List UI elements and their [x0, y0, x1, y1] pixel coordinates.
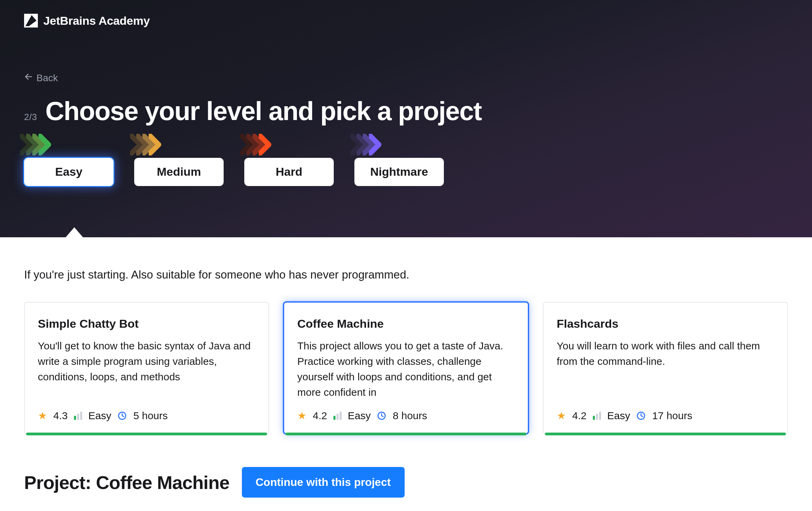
level-tab-easy[interactable]: Easy [24, 158, 114, 186]
chevrons-icon [20, 131, 45, 158]
project-title: Coffee Machine [297, 317, 515, 330]
clock-icon [117, 411, 127, 421]
selected-project-heading: Project: Coffee Machine [24, 472, 229, 493]
project-description: This project allows you to get a taste o… [297, 338, 515, 400]
brand-name: JetBrains Academy [43, 14, 150, 28]
arrow-left-icon [24, 72, 33, 84]
project-card[interactable]: Coffee MachineThis project allows you to… [284, 302, 528, 434]
title-row: 2/3 Choose your level and pick a project [24, 97, 788, 125]
level-tab-nightmare[interactable]: Nightmare [354, 158, 444, 186]
hero: JetBrains Academy Back 2/3 Choose your l… [0, 0, 812, 237]
progress-bar [545, 433, 786, 435]
project-card[interactable]: Simple Chatty BotYou'll get to know the … [24, 302, 269, 434]
difficulty-bars-icon [593, 412, 601, 420]
clock-icon [377, 411, 386, 421]
star-icon: ★ [557, 410, 566, 422]
chevrons-icon [240, 131, 265, 158]
level-column: Medium [134, 131, 224, 186]
star-icon: ★ [38, 410, 47, 422]
project-time: 17 hours [652, 410, 692, 422]
level-tabs: EasyMediumHardNightmare [24, 131, 788, 186]
back-button[interactable]: Back [24, 72, 58, 84]
level-column: Nightmare [354, 131, 444, 186]
jetbrains-logo-icon [24, 14, 38, 28]
chevrons-icon [350, 131, 375, 158]
level-column: Easy [24, 131, 114, 186]
active-tab-caret [65, 227, 83, 238]
project-card[interactable]: FlashcardsYou will learn to work with fi… [543, 302, 788, 434]
project-description: You'll get to know the basic syntax of J… [38, 338, 255, 400]
project-time: 5 hours [133, 410, 168, 422]
step-indicator: 2/3 [24, 112, 37, 122]
difficulty-bars-icon [74, 412, 82, 420]
difficulty-bars-icon [333, 412, 342, 420]
level-tab-medium[interactable]: Medium [134, 158, 224, 186]
level-tab-hard[interactable]: Hard [244, 158, 334, 186]
project-title: Simple Chatty Bot [38, 317, 255, 330]
level-description: If you're just starting. Also suitable f… [24, 268, 788, 281]
project-rating: 4.2 [313, 410, 327, 422]
chevrons-icon [130, 131, 155, 158]
progress-bar [26, 433, 267, 435]
page-title: Choose your level and pick a project [45, 97, 482, 125]
continue-button[interactable]: Continue with this project [242, 467, 405, 498]
project-cards: Simple Chatty BotYou'll get to know the … [24, 302, 788, 434]
star-icon: ★ [297, 410, 307, 422]
clock-icon [636, 411, 646, 421]
project-meta: ★ 4.3 Easy 5 hours [38, 410, 255, 422]
back-label: Back [36, 73, 58, 84]
selection-summary: Project: Coffee Machine Continue with th… [24, 467, 788, 498]
project-difficulty: Easy [607, 410, 630, 422]
content: If you're just starting. Also suitable f… [0, 237, 812, 511]
project-rating: 4.2 [572, 410, 587, 422]
level-column: Hard [244, 131, 334, 186]
project-title: Flashcards [557, 317, 774, 330]
project-meta: ★ 4.2 Easy 8 hours [297, 410, 515, 422]
project-description: You will learn to work with files and ca… [557, 338, 774, 400]
project-rating: 4.3 [53, 410, 68, 422]
progress-bar [286, 433, 526, 435]
project-time: 8 hours [393, 410, 427, 422]
project-meta: ★ 4.2 Easy 17 hours [557, 410, 774, 422]
project-difficulty: Easy [88, 410, 111, 422]
brand: JetBrains Academy [24, 14, 788, 28]
project-difficulty: Easy [348, 410, 371, 422]
